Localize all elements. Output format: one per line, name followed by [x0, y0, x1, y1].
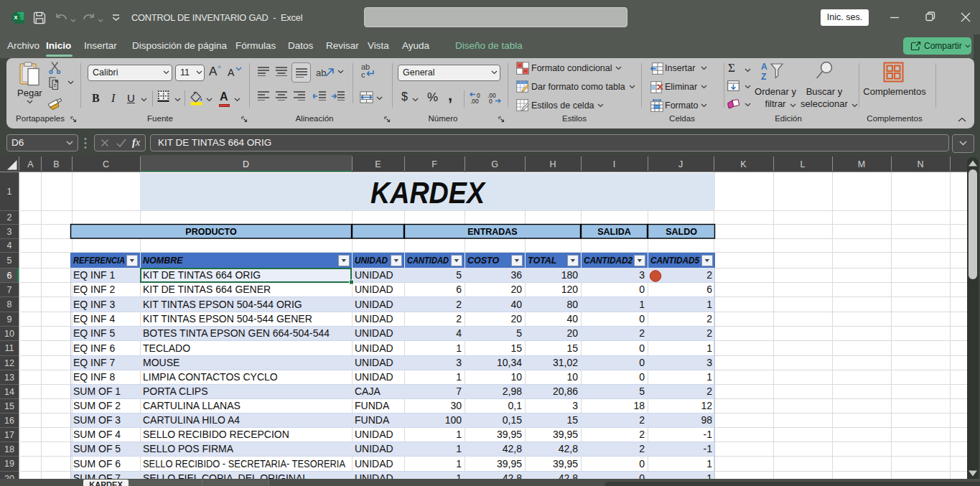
svg-text:42,8: 42,8	[503, 443, 522, 454]
svg-text:39,95: 39,95	[497, 458, 522, 469]
svg-text:18: 18	[4, 444, 14, 454]
svg-text:UNIDAD: UNIDAD	[355, 299, 393, 310]
svg-text:1: 1	[456, 371, 462, 383]
svg-text:.00: .00	[470, 98, 479, 104]
svg-text:2: 2	[7, 212, 12, 223]
svg-text:10: 10	[510, 371, 522, 383]
svg-text:A: A	[27, 159, 34, 169]
svg-text:SUM OF 6: SUM OF 6	[73, 458, 121, 469]
svg-text:80: 80	[566, 299, 578, 310]
svg-text:c: c	[361, 70, 365, 79]
svg-text:0: 0	[639, 371, 645, 383]
svg-text:K: K	[740, 159, 747, 169]
svg-text:0: 0	[489, 98, 493, 104]
svg-text:42,8: 42,8	[559, 472, 578, 479]
svg-text:0: 0	[639, 342, 645, 354]
svg-text:KIT TINTAS EPSON 504-544 GENER: KIT TINTAS EPSON 504-544 GENER	[143, 313, 312, 324]
svg-text:5: 5	[7, 256, 12, 266]
svg-text:20,86: 20,86	[553, 385, 578, 397]
svg-text:TOTAL: TOTAL	[528, 256, 557, 266]
svg-text:13: 13	[4, 373, 14, 383]
svg-text:2: 2	[456, 299, 462, 310]
svg-text:2,98: 2,98	[503, 385, 522, 397]
svg-text:UNIDAD: UNIDAD	[355, 269, 393, 281]
svg-text:19: 19	[4, 459, 14, 469]
svg-text:1: 1	[456, 472, 462, 479]
svg-text:2: 2	[639, 414, 645, 426]
svg-text:15: 15	[566, 342, 578, 354]
svg-text:SELLO POS FIRMA: SELLO POS FIRMA	[143, 443, 234, 454]
svg-text:FUNDA: FUNDA	[355, 414, 390, 426]
svg-text:UNIDAD: UNIDAD	[355, 256, 388, 266]
svg-text:ENTRADAS: ENTRADAS	[467, 227, 517, 237]
svg-text:BOTES TINTA EPSON GEN 664-504-: BOTES TINTA EPSON GEN 664-504-544	[143, 327, 330, 339]
svg-text:LIMPIA CONTACTOS CYCLO: LIMPIA CONTACTOS CYCLO	[143, 371, 278, 383]
svg-text:180: 180	[561, 269, 579, 281]
svg-text:EQ INF 8: EQ INF 8	[73, 371, 116, 383]
svg-text:EQ INF 4: EQ INF 4	[73, 313, 116, 324]
svg-text:5: 5	[516, 327, 522, 339]
svg-text:1: 1	[7, 187, 12, 197]
svg-text:SUM OF 7: SUM OF 7	[73, 472, 121, 479]
svg-text:20: 20	[510, 313, 522, 324]
svg-text:40: 40	[510, 299, 522, 310]
svg-text:SUM OF 1: SUM OF 1	[73, 385, 121, 397]
svg-text:UNIDAD: UNIDAD	[355, 342, 393, 354]
svg-text:36: 36	[510, 269, 522, 281]
svg-text:11: 11	[5, 343, 14, 353]
svg-text:A: A	[761, 62, 767, 72]
svg-text:3: 3	[706, 357, 712, 368]
svg-text:0: 0	[639, 357, 645, 368]
svg-text:KARDEX: KARDEX	[370, 175, 486, 210]
svg-text:CARTULINA HILO A4: CARTULINA HILO A4	[143, 414, 240, 426]
svg-text:D: D	[243, 159, 249, 169]
svg-text:9: 9	[7, 314, 12, 324]
svg-text:1: 1	[456, 342, 462, 354]
svg-text:UNIDAD: UNIDAD	[355, 327, 393, 339]
svg-text:SELLO FIEL COPIA DEL ORIGINAL: SELLO FIEL COPIA DEL ORIGINAL	[143, 472, 308, 479]
svg-text:2: 2	[706, 327, 712, 339]
svg-text:J: J	[678, 159, 683, 169]
svg-text:1: 1	[706, 371, 712, 383]
svg-text:1: 1	[706, 458, 712, 469]
svg-text:UNIDAD: UNIDAD	[355, 313, 393, 324]
svg-text:N: N	[917, 159, 923, 169]
svg-text:20: 20	[566, 327, 578, 339]
svg-text:40: 40	[566, 313, 578, 324]
svg-text:42,8: 42,8	[559, 443, 578, 454]
svg-text:2: 2	[456, 313, 462, 324]
svg-text:EQ INF 1: EQ INF 1	[73, 269, 116, 281]
svg-text:UNIDAD: UNIDAD	[355, 284, 393, 295]
svg-text:5: 5	[639, 385, 645, 397]
svg-text:20: 20	[510, 284, 522, 295]
svg-text:SELLO RECIBIDO - SECRETARIA- T: SELLO RECIBIDO - SECRETARIA- TESORERIA	[143, 458, 346, 469]
svg-text:4: 4	[456, 327, 462, 339]
svg-text:5: 5	[456, 269, 462, 281]
svg-text:1: 1	[706, 299, 712, 310]
svg-text:100: 100	[445, 414, 462, 426]
svg-text:3: 3	[572, 400, 578, 411]
svg-text:UNIDAD: UNIDAD	[355, 429, 393, 440]
svg-text:CANTIDAD2: CANTIDAD2	[584, 256, 633, 266]
svg-text:7: 7	[7, 285, 12, 295]
svg-text:1: 1	[706, 472, 712, 479]
svg-text:EQ INF 6: EQ INF 6	[73, 342, 116, 354]
svg-text:0: 0	[639, 458, 645, 469]
svg-text:98: 98	[701, 414, 712, 426]
svg-text:39,95: 39,95	[553, 458, 578, 469]
svg-text:12: 12	[4, 358, 14, 368]
svg-text:KIT DE TINTAS 664 ORIG: KIT DE TINTAS 664 ORIG	[143, 269, 261, 281]
svg-text:SELLO RECIBIDO RECEPCION: SELLO RECIBIDO RECEPCION	[143, 429, 289, 440]
svg-text:COSTO: COSTO	[467, 256, 499, 266]
svg-text:KIT DE TINTAS 664 GENER: KIT DE TINTAS 664 GENER	[143, 284, 271, 295]
svg-text:39,95: 39,95	[497, 429, 522, 440]
svg-text:2: 2	[706, 385, 712, 397]
svg-text:15: 15	[4, 401, 14, 411]
svg-text:TECLADO: TECLADO	[143, 342, 190, 354]
svg-text:12: 12	[701, 400, 712, 411]
svg-text:I: I	[613, 159, 615, 169]
svg-text:0,15: 0,15	[503, 414, 522, 426]
svg-text:4: 4	[7, 240, 12, 251]
svg-text:10: 10	[4, 329, 14, 339]
svg-text:KIT TINTAS EPSON 504-544 ORIG: KIT TINTAS EPSON 504-544 ORIG	[143, 299, 302, 310]
